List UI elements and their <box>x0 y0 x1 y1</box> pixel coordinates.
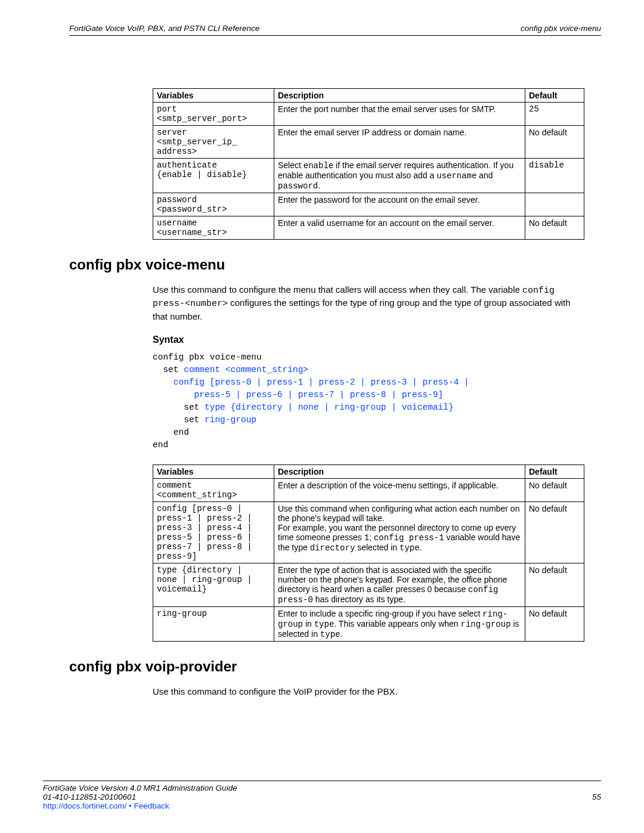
description-cell: Enter the password for the account on th… <box>274 193 525 216</box>
variable-cell: config [press-0 |press-1 | press-2 |pres… <box>153 501 274 563</box>
section-heading-voice-menu: config pbx voice-menu <box>69 256 601 273</box>
table-header-variables: Variables <box>153 465 274 478</box>
table-row: type {directory |none | ring-group |voic… <box>153 563 584 606</box>
table-row: authenticate{enable | disable}Select ena… <box>153 159 584 193</box>
description-cell: Enter the email server IP address or dom… <box>274 126 525 159</box>
table-row: password<password_str>Enter the password… <box>153 193 584 216</box>
default-cell: No default <box>525 501 584 563</box>
default-cell: No default <box>525 126 584 159</box>
variables-table-email: Variables Description Default port<smtp_… <box>153 88 584 240</box>
description-cell: Enter to include a specific ring-group i… <box>274 606 525 641</box>
default-cell: No default <box>525 563 584 606</box>
syntax-code-block: config pbx voice-menu set comment <comme… <box>153 351 601 451</box>
default-cell: No default <box>525 216 584 240</box>
syntax-heading: Syntax <box>153 335 601 345</box>
table-header-default: Default <box>525 89 584 103</box>
header-left: FortiGate Voice VoIP, PBX, and PSTN CLI … <box>69 24 259 33</box>
footer-link[interactable]: http://docs.fortinet.com/ • Feedback <box>43 801 601 810</box>
description-cell: Enter the type of action that is associa… <box>274 563 525 606</box>
variable-cell: password<password_str> <box>153 193 274 216</box>
variables-table-voice-menu: Variables Description Default comment<co… <box>153 465 584 642</box>
description-cell: Use this command when configuring what a… <box>274 501 525 563</box>
page-footer: FortiGate Voice Version 4.0 MR1 Administ… <box>43 781 601 810</box>
variable-cell: authenticate{enable | disable} <box>153 159 274 193</box>
description-cell: Enter a valid username for an account on… <box>274 216 525 240</box>
section-intro: Use this command to configure the menu t… <box>153 284 582 323</box>
default-cell <box>525 193 584 216</box>
default-cell: No default <box>525 606 584 641</box>
table-row: ring-groupEnter to include a specific ri… <box>153 606 584 641</box>
default-cell: No default <box>525 478 584 501</box>
description-cell: Enter a description of the voice-menu se… <box>274 478 525 501</box>
default-cell: disable <box>525 159 584 193</box>
table-header-description: Description <box>274 89 525 103</box>
header-right: config pbx voice-menu <box>521 24 601 33</box>
table-row: username<username_str>Enter a valid user… <box>153 216 584 240</box>
footer-docid: 01-410-112851-20100601 <box>43 792 136 801</box>
section-heading-voip-provider: config pbx voip-provider <box>69 658 601 675</box>
variable-cell: type {directory |none | ring-group |voic… <box>153 563 274 606</box>
variable-cell: port<smtp_server_port> <box>153 103 274 126</box>
page-header: FortiGate Voice VoIP, PBX, and PSTN CLI … <box>69 24 601 36</box>
variable-cell: username<username_str> <box>153 216 274 240</box>
section-intro: Use this command to configure the VoIP p… <box>153 686 582 698</box>
table-header-variables: Variables <box>153 89 274 103</box>
default-cell: 25 <box>525 103 584 126</box>
footer-page-number: 55 <box>592 792 601 801</box>
table-row: server<smtp_server_ip_address>Enter the … <box>153 126 584 159</box>
table-row: config [press-0 |press-1 | press-2 |pres… <box>153 501 584 563</box>
footer-title: FortiGate Voice Version 4.0 MR1 Administ… <box>43 784 601 792</box>
description-cell: Select enable if the email server requir… <box>274 159 525 193</box>
table-header-description: Description <box>274 465 525 478</box>
variable-cell: ring-group <box>153 606 274 641</box>
description-cell: Enter the port number that the email ser… <box>274 103 525 126</box>
variable-cell: comment<comment_string> <box>153 478 274 501</box>
variable-cell: server<smtp_server_ip_address> <box>153 126 274 159</box>
table-row: port<smtp_server_port>Enter the port num… <box>153 103 584 126</box>
table-header-default: Default <box>525 465 584 478</box>
table-row: comment<comment_string>Enter a descripti… <box>153 478 584 501</box>
